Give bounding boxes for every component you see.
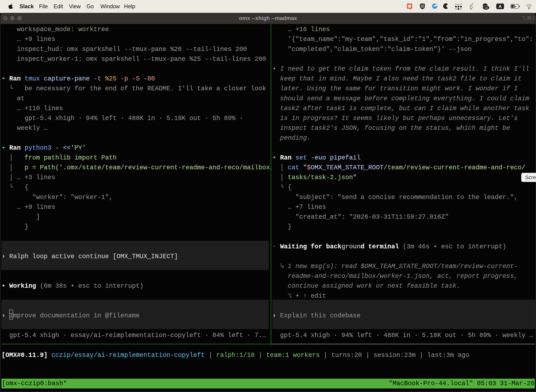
svg-text:..61: ..61	[484, 6, 488, 9]
svg-text:A: A	[498, 4, 502, 9]
svg-text:1: 1	[532, 16, 534, 21]
